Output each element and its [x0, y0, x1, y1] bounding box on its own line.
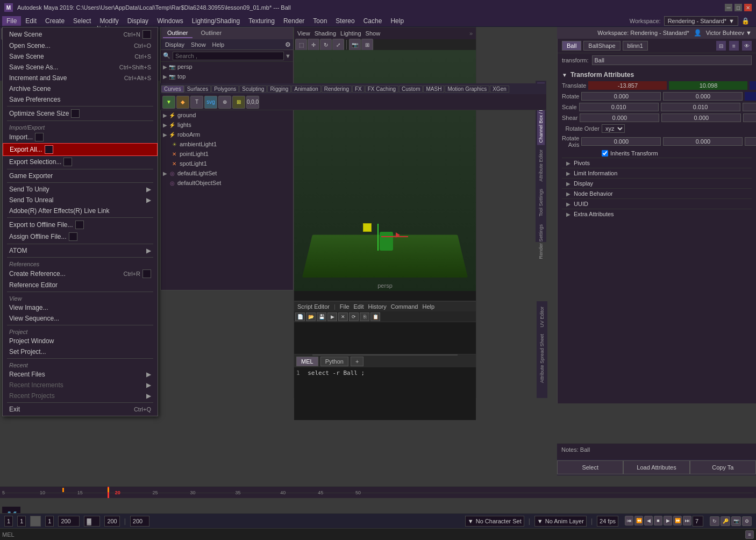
load-attributes-button[interactable]: Load Attributes: [623, 460, 689, 474]
vp-select-btn[interactable]: ⬚: [295, 39, 307, 51]
shelf-icon-7[interactable]: 0,0,0: [246, 96, 259, 109]
menu-recent-projects[interactable]: Recent Projects ▶: [3, 390, 158, 401]
rotate-y-field[interactable]: [663, 92, 743, 101]
menu-after-effects-link[interactable]: Adobe(R) After Effects(R) Live Link: [3, 205, 158, 216]
shelf-tab-fxcaching[interactable]: FX Caching: [365, 86, 398, 93]
menu-send-to-unreal[interactable]: Send To Unreal ▶: [3, 195, 158, 205]
shelf-icon-4[interactable]: svg: [204, 96, 217, 109]
se-paste-btn[interactable]: 📋: [370, 312, 380, 321]
settings-btn[interactable]: ⚙: [742, 516, 752, 526]
menu-stereo[interactable]: Stereo: [331, 16, 359, 26]
attr-node-tab-ball[interactable]: Ball: [562, 41, 581, 51]
menu-save-scene[interactable]: Save Scene Ctrl+S: [3, 51, 158, 62]
mel-input[interactable]: [17, 531, 743, 538]
uv-editor-tab[interactable]: UV Editor: [538, 303, 546, 331]
select-button[interactable]: Select: [557, 460, 623, 474]
display-section[interactable]: ▶ Display: [562, 178, 752, 188]
copy-tab-button[interactable]: Copy Ta: [690, 460, 756, 474]
shelf-icon-6[interactable]: ⊞: [232, 96, 245, 109]
current-frame-field[interactable]: 1: [17, 516, 26, 527]
expand-icon[interactable]: »: [469, 30, 473, 37]
menu-lighting-shading[interactable]: Lighting/Shading: [188, 16, 244, 26]
shelf-tab-fx[interactable]: FX: [352, 86, 365, 93]
shelf-icon-5[interactable]: ⊕: [218, 96, 231, 109]
camera-btn[interactable]: 📷: [731, 516, 741, 526]
shelf-tab-xgen[interactable]: XGen: [490, 86, 509, 93]
shelf-icon-3[interactable]: T: [190, 96, 203, 109]
se-history-btn[interactable]: ⟳: [349, 312, 359, 321]
se-history-item[interactable]: History: [368, 303, 386, 310]
shelf-tab-custom[interactable]: Custom: [399, 86, 423, 93]
shelf-icon-2[interactable]: ◆: [176, 96, 189, 109]
menu-view-sequence[interactable]: View Sequence...: [3, 313, 158, 324]
menu-atom[interactable]: ATOM ▶: [3, 245, 158, 256]
stop-btn[interactable]: ■: [654, 516, 662, 525]
se-scroll-bar[interactable]: [294, 354, 476, 356]
outliner-tab-2[interactable]: Outliner: [197, 29, 226, 38]
list-item[interactable]: ◎ defaultObjectSet: [161, 178, 293, 188]
outliner-show-menu[interactable]: Show: [189, 41, 208, 48]
menu-game-exporter[interactable]: Game Exporter: [3, 170, 158, 181]
play-back-btn[interactable]: ◀: [644, 516, 653, 525]
menu-help[interactable]: Help: [386, 16, 408, 26]
menu-assign-offline[interactable]: Assign Offline File...: [3, 231, 158, 243]
pivots-section[interactable]: ▶ Pivots: [562, 158, 752, 168]
menu-modify[interactable]: Modify: [95, 16, 123, 26]
fps-field[interactable]: 24 fps: [597, 516, 618, 527]
se-save-btn[interactable]: 💾: [317, 312, 326, 321]
menu-recent-files[interactable]: Recent Files ▶: [3, 369, 158, 380]
translate-z-field[interactable]: [750, 81, 756, 90]
list-item[interactable]: ▶ 📷 top: [161, 72, 293, 81]
shelf-tab-curves[interactable]: Curves: [161, 86, 184, 93]
menu-display[interactable]: Display: [123, 16, 153, 26]
shelf-tab-animation[interactable]: Animation: [291, 86, 320, 93]
rotate-z-field[interactable]: [745, 92, 756, 101]
search-dropdown-icon[interactable]: ▼: [285, 53, 291, 59]
outliner-tab-1[interactable]: Outliner: [163, 29, 192, 38]
menu-increment-save[interactable]: Increment and Save Ctrl+Alt+S: [3, 73, 158, 83]
rotate-axis-x-field[interactable]: [581, 137, 661, 146]
shelf-tab-rendering[interactable]: Rendering: [322, 86, 352, 93]
list-item[interactable]: ☀ ambientLight1: [161, 139, 293, 149]
menu-edit[interactable]: Edit: [21, 16, 41, 26]
menu-cache[interactable]: Cache: [359, 16, 387, 26]
goto-end-btn[interactable]: ⏭: [683, 516, 691, 525]
se-add-tab[interactable]: +: [351, 357, 363, 366]
mel-run-btn[interactable]: ≡: [745, 530, 754, 539]
menu-windows[interactable]: Windows: [153, 16, 188, 26]
step-back-btn[interactable]: ⏪: [634, 516, 643, 525]
playback-end-field[interactable]: 200: [104, 516, 119, 527]
shelf-tab-sculpting[interactable]: Sculpting: [239, 86, 267, 93]
search-input[interactable]: [173, 52, 284, 60]
list-item[interactable]: ▶ ⚡ ground: [161, 110, 293, 120]
menu-set-project[interactable]: Set Project...: [3, 346, 158, 357]
se-file-item[interactable]: File: [340, 303, 350, 310]
key-btn[interactable]: 🔑: [721, 516, 730, 526]
close-button[interactable]: ✕: [744, 4, 752, 11]
transform-name-field[interactable]: [592, 55, 752, 65]
shelf-tab-rigging[interactable]: Rigging: [267, 86, 291, 93]
character-set-field[interactable]: ▼ No Character Set: [465, 516, 524, 527]
step-fwd-btn[interactable]: ⏩: [673, 516, 682, 525]
menu-create[interactable]: Create: [41, 16, 69, 26]
se-python-tab[interactable]: Python: [320, 357, 348, 366]
vp-scale-btn[interactable]: ⤢: [332, 39, 344, 51]
rotate-order-select[interactable]: xyz yzx zxy xzy yxz zyx: [602, 124, 625, 133]
outliner-gear-icon[interactable]: ⚙: [285, 41, 291, 48]
shear-x-field[interactable]: [580, 113, 659, 122]
start-frame-field[interactable]: 1: [4, 516, 13, 527]
se-edit-item[interactable]: Edit: [354, 303, 364, 310]
menu-export-all[interactable]: Export All...: [3, 143, 158, 156]
list-item[interactable]: ✕ pointLight1: [161, 149, 293, 159]
menu-recent-increments[interactable]: Recent Increments ▶: [3, 380, 158, 390]
scale-y-field[interactable]: [661, 103, 740, 111]
menu-optimize-scene[interactable]: Optimize Scene Size: [3, 108, 158, 119]
shear-z-field[interactable]: [743, 113, 756, 122]
se-command-item[interactable]: Command: [391, 303, 418, 310]
rotate-axis-y-field[interactable]: [663, 137, 743, 146]
outliner-help-menu[interactable]: Help: [210, 41, 227, 48]
render-settings-tab-label[interactable]: Render Settings: [537, 221, 545, 262]
scale-z-field[interactable]: [743, 103, 756, 111]
vp-move-btn[interactable]: ✛: [308, 39, 319, 51]
menu-select[interactable]: Select: [69, 16, 95, 26]
